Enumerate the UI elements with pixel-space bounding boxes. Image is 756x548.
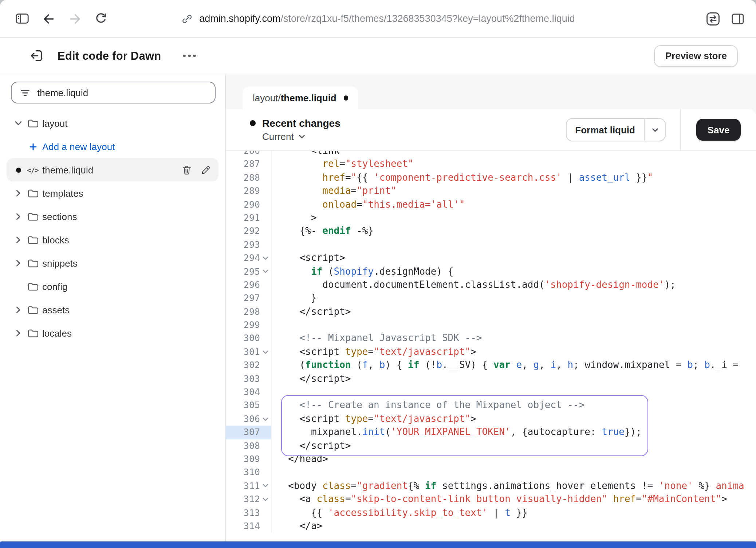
split-view-icon[interactable] [731, 11, 745, 26]
code-line-289[interactable]: 289 media="print" [226, 184, 756, 198]
code-line-304[interactable]: 304 [226, 385, 756, 399]
tree-item-add-a-new-layout[interactable]: Add a new layout [7, 135, 218, 158]
fold-icon[interactable] [260, 265, 272, 278]
code-line-313[interactable]: 313 {{ 'accessibility.skip_to_text' | t … [226, 506, 756, 520]
tree-item-snippets[interactable]: snippets [7, 251, 218, 275]
code-text[interactable]: <script type="text/javascript"> [272, 412, 756, 426]
code-text[interactable]: {{ 'accessibility.skip_to_text' | t }} [272, 506, 756, 520]
code-line-314[interactable]: 314 </a> [226, 520, 756, 533]
code-text[interactable]: rel="stylesheet" [272, 158, 756, 171]
address-bar[interactable]: admin.shopify.com/store/rzq1xu-f5/themes… [181, 0, 575, 37]
sidebar-toggle-icon[interactable] [15, 11, 30, 26]
tree-item-config[interactable]: config [7, 275, 218, 298]
tree-item-layout[interactable]: layout [7, 111, 218, 135]
code-text[interactable]: <!-- Mixpanel Javascript SDK --> [272, 332, 756, 345]
code-text[interactable]: media="print" [272, 184, 756, 198]
code-line-300[interactable]: 300 <!-- Mixpanel Javascript SDK --> [226, 332, 756, 345]
code-line-308[interactable]: 308 </script> [226, 439, 756, 453]
code-text[interactable]: mixpanel.init('YOUR_MIXPANEL_TOKEN', {au… [272, 426, 756, 439]
code-line-292[interactable]: 292 {%- endif -%} [226, 225, 756, 238]
code-line-309[interactable]: 309 </head> [226, 453, 756, 466]
save-button[interactable]: Save [697, 119, 741, 141]
code-text[interactable]: </script> [272, 439, 756, 453]
fold-icon[interactable] [260, 493, 272, 506]
exit-icon[interactable] [29, 48, 44, 63]
chevron-right-icon[interactable] [11, 305, 25, 314]
reload-icon[interactable] [94, 12, 108, 26]
code-text[interactable]: } [272, 292, 756, 305]
code-line-311[interactable]: 311 <body class="gradient{% if settings.… [226, 480, 756, 493]
code-text[interactable]: document.documentElement.classList.add('… [272, 278, 756, 292]
code-line-301[interactable]: 301 <script type="text/javascript"> [226, 345, 756, 359]
code-line-291[interactable]: 291 > [226, 211, 756, 225]
code-text[interactable]: <a class="skip-to-content-link button vi… [272, 493, 756, 506]
chevron-right-icon[interactable] [11, 189, 25, 197]
code-editor[interactable]: 286 <link287 rel="stylesheet"288 href="{… [226, 151, 756, 541]
fold-icon[interactable] [260, 251, 272, 265]
code-text[interactable] [272, 238, 756, 251]
code-line-298[interactable]: 298 </script> [226, 305, 756, 318]
tree-item-templates[interactable]: templates [7, 181, 218, 205]
code-text[interactable]: if (Shopify.designMode) { [272, 265, 756, 278]
code-line-310[interactable]: 310 [226, 466, 756, 480]
code-text[interactable]: href="{{ 'component-predictive-search.cs… [272, 171, 756, 185]
tab-theme-liquid[interactable]: layout/theme.liquid [243, 87, 359, 109]
format-liquid-button[interactable]: Format liquid [566, 118, 666, 141]
code-line-293[interactable]: 293 [226, 238, 756, 251]
code-text[interactable]: <script type="text/javascript"> [272, 345, 756, 359]
code-line-296[interactable]: 296 document.documentElement.classList.a… [226, 278, 756, 292]
code-text[interactable]: <link [272, 151, 756, 158]
code-line-305[interactable]: 305 <!-- Create an instance of the Mixpa… [226, 399, 756, 412]
chevron-right-icon[interactable] [11, 235, 25, 244]
version-dropdown[interactable]: Current [262, 131, 340, 142]
code-line-294[interactable]: 294 <script> [226, 251, 756, 265]
code-text[interactable]: </a> [272, 520, 756, 533]
code-text[interactable]: <script> [272, 251, 756, 265]
forward-icon[interactable] [68, 11, 82, 26]
code-text[interactable]: (function (f, b) { if (!b.__SV) { var e,… [272, 359, 756, 372]
code-text[interactable] [272, 385, 756, 399]
chevron-down-icon[interactable] [11, 119, 25, 128]
code-text[interactable]: <!-- Create an instance of the Mixpanel … [272, 399, 756, 412]
fold-icon[interactable] [260, 345, 272, 359]
fold-icon[interactable] [260, 480, 272, 493]
tree-item-theme-liquid[interactable]: </>theme.liquid [7, 158, 218, 181]
code-line-307[interactable]: 307 mixpanel.init('YOUR_MIXPANEL_TOKEN',… [226, 426, 756, 439]
tree-item-assets[interactable]: assets [7, 298, 218, 321]
chevron-right-icon[interactable] [11, 259, 25, 267]
tree-item-locales[interactable]: locales [7, 321, 218, 345]
code-text[interactable]: {%- endif -%} [272, 225, 756, 238]
more-options-button[interactable] [181, 50, 197, 62]
back-icon[interactable] [42, 11, 56, 26]
preview-store-button[interactable]: Preview store [654, 45, 738, 67]
code-line-288[interactable]: 288 href="{{ 'component-predictive-searc… [226, 171, 756, 185]
extensions-icon[interactable] [705, 11, 721, 27]
code-line-286[interactable]: 286 <link [226, 151, 756, 158]
code-line-287[interactable]: 287 rel="stylesheet" [226, 158, 756, 171]
delete-file-icon[interactable] [181, 164, 192, 175]
chevron-right-icon[interactable] [11, 329, 25, 337]
code-line-299[interactable]: 299 [226, 318, 756, 332]
code-text[interactable]: </script> [272, 372, 756, 385]
code-text[interactable] [272, 318, 756, 332]
code-line-290[interactable]: 290 onload="this.media='all'" [226, 198, 756, 211]
code-line-303[interactable]: 303 </script> [226, 372, 756, 385]
code-line-297[interactable]: 297 } [226, 292, 756, 305]
tree-item-blocks[interactable]: blocks [7, 228, 218, 251]
format-dropdown-icon[interactable] [645, 119, 665, 141]
code-text[interactable]: onload="this.media='all'" [272, 198, 756, 211]
code-text[interactable]: <body class="gradient{% if settings.anim… [272, 480, 756, 493]
code-text[interactable] [272, 466, 756, 480]
code-text[interactable]: </script> [272, 305, 756, 318]
code-text[interactable]: </head> [272, 453, 756, 466]
code-text[interactable]: > [272, 211, 756, 225]
code-line-312[interactable]: 312 <a class="skip-to-content-link butto… [226, 493, 756, 506]
file-search-input[interactable]: theme.liquid [11, 82, 216, 103]
rename-file-icon[interactable] [200, 164, 211, 175]
code-line-295[interactable]: 295 if (Shopify.designMode) { [226, 265, 756, 278]
tree-item-sections[interactable]: sections [7, 205, 218, 228]
code-line-306[interactable]: 306 <script type="text/javascript"> [226, 412, 756, 426]
chevron-right-icon[interactable] [11, 212, 25, 221]
fold-icon[interactable] [260, 412, 272, 426]
code-line-302[interactable]: 302 (function (f, b) { if (!b.__SV) { va… [226, 359, 756, 372]
